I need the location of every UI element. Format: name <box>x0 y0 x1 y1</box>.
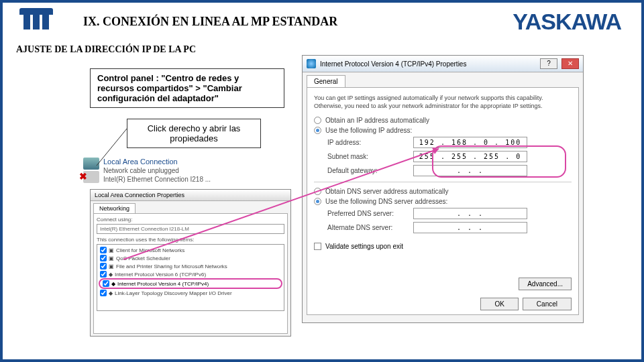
lac-status: Network cable unplugged <box>103 166 211 175</box>
list-item[interactable]: ▣Client for Microsoft Networks <box>99 246 282 254</box>
protocol-list: ▣Client for Microsoft Networks ▣QoS Pack… <box>97 244 284 311</box>
lac-properties-window: Local Area Connection Properties Network… <box>90 189 291 337</box>
network-icon <box>307 59 316 68</box>
help-button[interactable]: ? <box>540 58 557 69</box>
list-item[interactable]: ◆Link-Layer Topology Discovery Mapper I/… <box>99 289 282 297</box>
radio-icon <box>314 127 321 134</box>
alt-dns-label: Alternate DNS server: <box>327 224 408 231</box>
tab-general[interactable]: General <box>307 75 345 87</box>
checkbox[interactable] <box>100 247 107 253</box>
checkbox[interactable] <box>100 290 107 296</box>
connect-using-label: Connect using: <box>97 217 284 223</box>
alt-dns-input[interactable]: . . . <box>413 222 527 233</box>
subnet-label: Subnet mask: <box>327 153 408 160</box>
window-title: Local Area Connection Properties <box>91 190 290 201</box>
click-instruction-box: Click derecho y abrir las propiedades <box>127 119 261 148</box>
network-adapter-icon: ✖ <box>83 158 99 183</box>
ipv4-window-title: Internet Protocol Version 4 (TCP/IPv4) P… <box>320 60 466 68</box>
ip-fields-highlight <box>432 145 566 178</box>
lac-adapter: Intel(R) Ethernet Connection I218 ... <box>103 175 211 184</box>
radio-obtain-ip-auto[interactable]: Obtain an IP address automatically <box>314 117 572 124</box>
ipv4-titlebar: Internet Protocol Version 4 (TCP/IPv4) P… <box>303 56 583 72</box>
list-item[interactable]: ▣QoS Packet Scheduler <box>99 254 282 262</box>
list-item-ipv4-highlighted[interactable]: ◆Internet Protocol Version 4 (TCP/IPv4) <box>99 278 282 289</box>
close-button[interactable]: ✕ <box>561 58 579 69</box>
radio-icon <box>314 117 321 124</box>
gateway-label: Default gateway: <box>327 167 408 174</box>
checkbox[interactable] <box>103 280 109 287</box>
slide-header: IX. CONEXIÓN EN LINEA AL MP ESTANDAR YAS… <box>3 3 641 38</box>
ipv4-description: You can get IP settings assigned automat… <box>314 95 572 110</box>
checkbox-icon <box>314 243 321 250</box>
radio-icon <box>314 198 321 205</box>
page-subtitle: AJUSTE DE LA DIRECCIÓN IP DE LA PC <box>16 44 641 55</box>
validate-checkbox-row[interactable]: Validate settings upon exit <box>314 243 572 250</box>
radio-icon <box>314 188 321 195</box>
alt-dns-row: Alternate DNS server: . . . <box>327 222 572 233</box>
checkbox[interactable] <box>100 255 107 261</box>
adapter-field: Intel(R) Ethernet Connection I218-LM <box>97 224 284 234</box>
pref-dns-input[interactable]: . . . <box>413 208 527 219</box>
checkbox[interactable] <box>100 263 107 269</box>
cancel-button[interactable]: Cancel <box>523 298 572 310</box>
instruction-box: Control panel : "Centro de redes y recur… <box>90 68 284 108</box>
section-title: IX. CONEXIÓN EN LINEA AL MP ESTANDAR <box>83 15 513 29</box>
advanced-button[interactable]: Advanced... <box>519 278 572 290</box>
radio-obtain-dns-auto[interactable]: Obtain DNS server address automatically <box>314 188 572 195</box>
ipv4-properties-window: Internet Protocol Version 4 (TCP/IPv4) P… <box>302 55 584 323</box>
list-item[interactable]: ▣File and Printer Sharing for Microsoft … <box>99 262 282 270</box>
list-item[interactable]: ◆Internet Protocol Version 6 (TCP/IPv6) <box>99 270 282 278</box>
items-label: This connection uses the following items… <box>97 237 284 243</box>
pref-dns-row: Preferred DNS server: . . . <box>327 208 572 219</box>
radio-use-following-dns[interactable]: Use the following DNS server addresses: <box>314 198 572 205</box>
checkbox[interactable] <box>100 271 107 278</box>
lac-title: Local Area Connection <box>103 157 211 166</box>
local-area-connection[interactable]: ✖ Local Area Connection Network cable un… <box>83 157 258 184</box>
ip-label: IP address: <box>327 139 408 146</box>
content-area: Control panel : "Centro de redes y recur… <box>3 55 641 350</box>
ok-button[interactable]: OK <box>480 298 518 310</box>
pref-dns-label: Preferred DNS server: <box>327 210 408 217</box>
column-logo-icon <box>16 8 56 35</box>
disconnected-x-icon: ✖ <box>79 171 87 182</box>
brand-logo: YASKAWA <box>513 9 621 35</box>
tab-networking[interactable]: Networking <box>93 203 136 213</box>
radio-use-following-ip[interactable]: Use the following IP address: <box>314 127 572 134</box>
